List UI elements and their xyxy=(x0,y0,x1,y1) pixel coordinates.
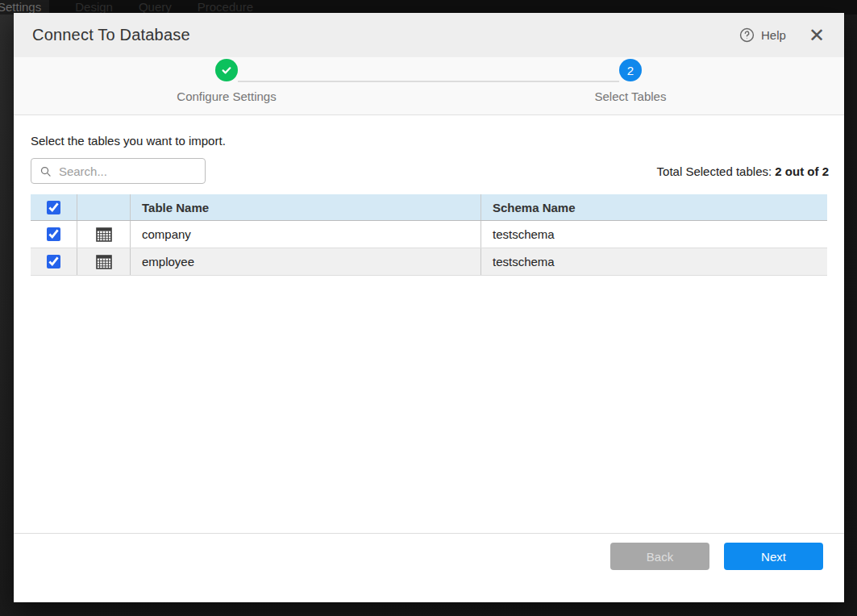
search-icon xyxy=(40,164,52,178)
dialog-footer: Back Next xyxy=(14,533,844,602)
help-button[interactable]: Help xyxy=(739,27,786,43)
table-name-cell: company xyxy=(131,221,481,248)
summary-count: 2 out of 2 xyxy=(775,164,829,178)
schema-name-column-header: Schema Name xyxy=(481,194,827,220)
search-box[interactable] xyxy=(31,158,206,184)
help-label: Help xyxy=(761,28,786,42)
table-row[interactable]: company testschema xyxy=(31,221,827,248)
table-name-column-header: Table Name xyxy=(131,194,481,220)
summary-prefix: Total Selected tables: xyxy=(657,164,776,178)
icon-column-header xyxy=(77,194,131,220)
back-button[interactable]: Back xyxy=(610,543,709,570)
schema-name-cell: testschema xyxy=(481,248,827,275)
step-complete-check-icon xyxy=(215,59,238,81)
select-all-checkbox[interactable] xyxy=(47,201,60,214)
next-button[interactable]: Next xyxy=(724,543,823,570)
dialog-header: Connect To Database Help ✕ xyxy=(14,13,844,57)
close-icon[interactable]: ✕ xyxy=(809,27,825,44)
search-input[interactable] xyxy=(59,164,197,178)
selected-tables-summary: Total Selected tables: 2 out of 2 xyxy=(657,164,829,178)
step-number-badge: 2 xyxy=(619,59,642,81)
table-grid-icon xyxy=(96,227,112,243)
dialog-content: Select the tables you want to import. To… xyxy=(14,115,844,533)
table-name-cell: employee xyxy=(131,248,481,275)
step-select-tables-label: Select Tables xyxy=(566,89,695,103)
stepper-connector-line xyxy=(238,81,619,82)
step-select-tables[interactable]: 2 Select Tables xyxy=(566,59,695,103)
wizard-stepper: Configure Settings 2 Select Tables xyxy=(14,57,844,115)
table-grid-icon xyxy=(96,254,112,270)
schema-name-cell: testschema xyxy=(481,221,827,248)
row-checkbox[interactable] xyxy=(47,255,60,268)
table-header-row: Table Name Schema Name xyxy=(31,194,827,221)
help-icon xyxy=(739,27,755,43)
step-configure-settings-label: Configure Settings xyxy=(162,89,291,103)
step-configure-settings[interactable]: Configure Settings xyxy=(162,59,291,103)
connect-to-database-dialog: Connect To Database Help ✕ xyxy=(14,13,844,602)
table-row[interactable]: employee testschema xyxy=(31,248,827,276)
table-toolbar: Total Selected tables: 2 out of 2 xyxy=(31,158,829,184)
intro-text: Select the tables you want to import. xyxy=(31,134,827,148)
row-checkbox[interactable] xyxy=(47,227,60,241)
dialog-title: Connect To Database xyxy=(32,26,190,44)
tables-list: Table Name Schema Name xyxy=(31,194,827,276)
